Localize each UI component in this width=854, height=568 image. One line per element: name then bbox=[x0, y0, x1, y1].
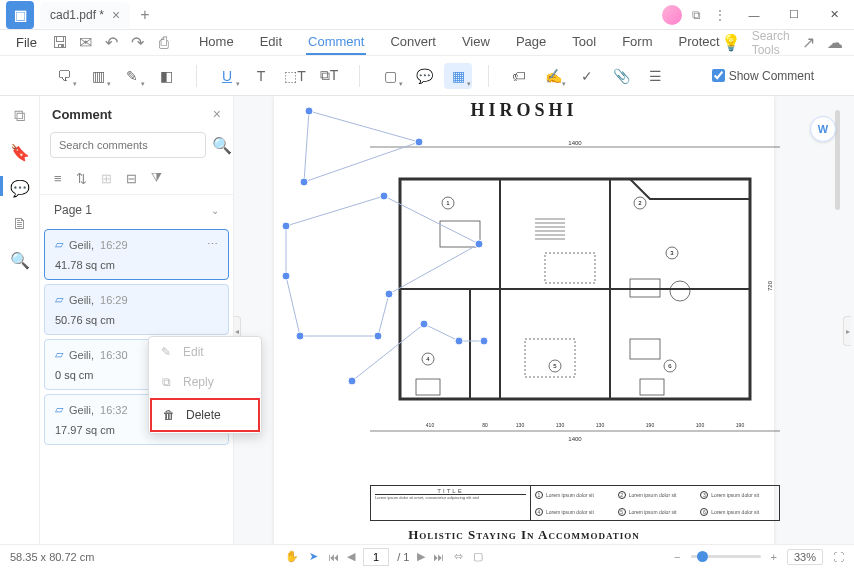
prev-page-icon[interactable]: ◀ bbox=[347, 550, 355, 563]
measure-button[interactable]: ▦ bbox=[444, 63, 472, 89]
page-number-input[interactable] bbox=[363, 548, 389, 566]
stamp-button[interactable]: 🏷 bbox=[505, 63, 533, 89]
approve-button[interactable]: ✓ bbox=[573, 63, 601, 89]
cursor-coords: 58.35 x 80.72 cm bbox=[10, 551, 94, 563]
svg-text:80: 80 bbox=[482, 422, 488, 428]
separator bbox=[359, 65, 360, 87]
comments-rail-icon[interactable]: 💬 bbox=[10, 178, 30, 198]
svg-text:1400: 1400 bbox=[568, 436, 582, 442]
svg-text:100: 100 bbox=[696, 422, 705, 428]
search-rail-icon[interactable]: 🔍 bbox=[10, 250, 30, 270]
fit-width-icon[interactable]: ⬄ bbox=[454, 550, 463, 563]
cloud-icon[interactable]: ☁ bbox=[827, 33, 843, 52]
tab-home[interactable]: Home bbox=[197, 30, 236, 55]
zoom-value[interactable]: 33% bbox=[787, 549, 823, 565]
highlight-tool-button[interactable]: ▥ bbox=[84, 63, 112, 89]
sort-az-icon[interactable]: ⇅ bbox=[76, 171, 87, 186]
mail-icon[interactable]: ✉ bbox=[77, 34, 95, 52]
tab-view[interactable]: View bbox=[460, 30, 492, 55]
print-icon[interactable]: ⎙ bbox=[155, 34, 173, 52]
zoom-slider[interactable] bbox=[691, 555, 761, 558]
share-icon[interactable]: ⧉ bbox=[686, 5, 706, 25]
vertical-scrollbar[interactable] bbox=[835, 110, 840, 210]
search-comments-input[interactable] bbox=[50, 132, 206, 158]
collapse-all-icon[interactable]: ⊟ bbox=[126, 171, 137, 186]
first-page-icon[interactable]: ⏮ bbox=[328, 551, 339, 563]
zoom-in-icon[interactable]: + bbox=[771, 551, 777, 563]
note-tool-button[interactable]: 🗨 bbox=[50, 63, 78, 89]
show-comment-label: Show Comment bbox=[729, 69, 814, 83]
tab-comment[interactable]: Comment bbox=[306, 30, 366, 55]
filter-icon[interactable]: ⧩ bbox=[151, 170, 162, 186]
page-label: Page 1 bbox=[54, 203, 92, 217]
redo-icon[interactable]: ↷ bbox=[129, 34, 147, 52]
comment-card[interactable]: ▱ Geili, 16:29 50.76 sq cm bbox=[44, 284, 229, 335]
word-export-badge[interactable]: W bbox=[810, 116, 836, 142]
document-tab[interactable]: cad1.pdf * × bbox=[40, 2, 130, 28]
tab-tool[interactable]: Tool bbox=[570, 30, 598, 55]
tab-convert[interactable]: Convert bbox=[388, 30, 438, 55]
ribbon-tabs: Home Edit Comment Convert View Page Tool… bbox=[197, 30, 722, 55]
underline-button[interactable]: U bbox=[213, 63, 241, 89]
close-window-button[interactable]: ✕ bbox=[814, 0, 854, 30]
show-comment-toggle[interactable]: Show Comment bbox=[712, 69, 814, 83]
ctx-edit-label: Edit bbox=[183, 345, 204, 359]
undo-icon[interactable]: ↶ bbox=[103, 34, 121, 52]
hand-tool-icon[interactable]: ✋ bbox=[285, 550, 299, 563]
ctx-reply-label: Reply bbox=[183, 375, 214, 389]
thumbnails-icon[interactable]: ⧉ bbox=[10, 106, 30, 126]
user-avatar-icon[interactable] bbox=[662, 5, 682, 25]
chevron-down-icon: ⌄ bbox=[211, 205, 219, 216]
last-page-icon[interactable]: ⏭ bbox=[433, 551, 444, 563]
expand-all-icon[interactable]: ⊞ bbox=[101, 171, 112, 186]
textbox-button[interactable]: ⬚T bbox=[281, 63, 309, 89]
list-button[interactable]: ☰ bbox=[641, 63, 669, 89]
text-button[interactable]: T bbox=[247, 63, 275, 89]
page-total: / 1 bbox=[397, 551, 409, 563]
app-logo-icon: ▣ bbox=[6, 1, 34, 29]
select-tool-icon[interactable]: ➤ bbox=[309, 550, 318, 563]
zoom-thumb[interactable] bbox=[697, 551, 708, 562]
new-tab-button[interactable]: + bbox=[140, 6, 149, 24]
open-external-icon[interactable]: ↗ bbox=[802, 33, 815, 52]
show-comment-checkbox[interactable] bbox=[712, 69, 725, 82]
eraser-tool-button[interactable]: ◧ bbox=[152, 63, 180, 89]
tab-close-icon[interactable]: × bbox=[112, 7, 120, 23]
document-canvas[interactable]: ◂ ▸ W HIROSHI 1400 bbox=[234, 96, 854, 544]
pencil-tool-button[interactable]: ✎ bbox=[118, 63, 146, 89]
fit-page-icon[interactable]: ▢ bbox=[473, 550, 483, 563]
bulb-icon[interactable]: 💡 bbox=[722, 34, 740, 52]
search-icon[interactable]: 🔍 bbox=[212, 136, 232, 155]
zoom-out-icon[interactable]: − bbox=[674, 551, 680, 563]
speech-button[interactable]: 💬 bbox=[410, 63, 438, 89]
comment-toolbar: 🗨 ▥ ✎ ◧ U T ⬚T ⧉T ▢ 💬 ▦ 🏷 ✍ ✓ 📎 ☰ Show C… bbox=[0, 56, 854, 96]
bookmarks-icon[interactable]: 🔖 bbox=[10, 142, 30, 162]
file-menu[interactable]: File bbox=[10, 35, 43, 50]
save-icon[interactable]: 🖫 bbox=[51, 34, 69, 52]
shape-button[interactable]: ▢ bbox=[376, 63, 404, 89]
floorplan-drawing: 1400 1 2 3 4 5 6 bbox=[370, 141, 780, 449]
collapse-right-handle[interactable]: ▸ bbox=[843, 316, 851, 346]
tab-form[interactable]: Form bbox=[620, 30, 654, 55]
tab-page[interactable]: Page bbox=[514, 30, 548, 55]
sort-icon[interactable]: ≡ bbox=[54, 171, 62, 186]
signature-button[interactable]: ✍ bbox=[539, 63, 567, 89]
minimize-button[interactable]: — bbox=[734, 0, 774, 30]
search-tools-placeholder[interactable]: Search Tools bbox=[752, 29, 790, 57]
page-section-header[interactable]: Page 1 ⌄ bbox=[40, 194, 233, 225]
tab-protect[interactable]: Protect bbox=[676, 30, 721, 55]
comment-card[interactable]: ▱ Geili, 16:29 ⋯ 41.78 sq cm bbox=[44, 229, 229, 280]
fullscreen-icon[interactable]: ⛶ bbox=[833, 551, 844, 563]
kebab-menu-icon[interactable]: ⋮ bbox=[710, 5, 730, 25]
panel-close-icon[interactable]: × bbox=[213, 106, 221, 122]
attachments-rail-icon[interactable]: 🗎 bbox=[10, 214, 30, 234]
next-page-icon[interactable]: ▶ bbox=[417, 550, 425, 563]
more-icon[interactable]: ⋯ bbox=[207, 238, 218, 251]
maximize-button[interactable]: ☐ bbox=[774, 0, 814, 30]
comment-context-menu: ✎ Edit ⧉ Reply 🗑 Delete bbox=[148, 336, 262, 434]
ctx-delete[interactable]: 🗑 Delete bbox=[150, 398, 260, 432]
attachment-button[interactable]: 📎 bbox=[607, 63, 635, 89]
callout-button[interactable]: ⧉T bbox=[315, 63, 343, 89]
tab-edit[interactable]: Edit bbox=[258, 30, 284, 55]
panel-title: Comment bbox=[52, 107, 112, 122]
